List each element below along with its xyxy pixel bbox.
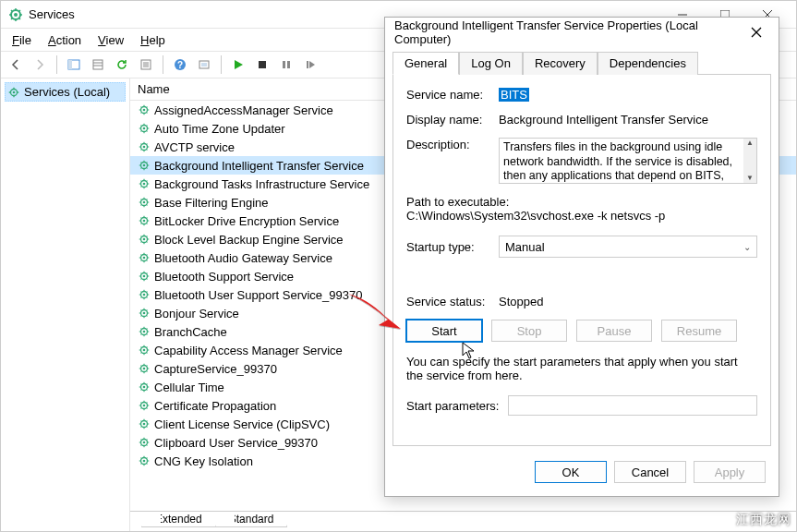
service-name: Certificate Propagation: [154, 399, 276, 413]
service-control-buttons: Start Stop Pause Resume: [406, 320, 757, 342]
menu-help[interactable]: Help: [133, 31, 173, 49]
service-name: Background Tasks Infrastructure Service: [154, 177, 369, 191]
svg-point-50: [143, 331, 146, 333]
stop-service-button[interactable]: [251, 54, 273, 76]
value-path: C:\Windows\System32\svchost.exe -k netsv…: [406, 209, 757, 223]
svg-point-38: [143, 220, 146, 223]
description-box[interactable]: Transfers files in the background using …: [499, 138, 757, 184]
svg-point-34: [143, 183, 146, 186]
svg-rect-8: [93, 60, 103, 69]
label-description: Description:: [406, 138, 499, 151]
value-display-name: Background Intelligent Transfer Service: [499, 113, 757, 127]
gear-icon: [138, 103, 151, 116]
refresh-button[interactable]: [111, 54, 133, 76]
service-name: Bonjour Service: [154, 307, 239, 320]
description-scrollbar[interactable]: ▲▼: [743, 139, 756, 183]
dialog-tabs: General Log On Recovery Dependencies: [385, 47, 779, 74]
gear-icon: [138, 196, 151, 209]
restart-service-button[interactable]: [299, 54, 321, 76]
svg-rect-20: [283, 61, 285, 68]
gear-icon: [138, 381, 151, 393]
value-service-status: Stopped: [499, 295, 757, 308]
service-name: Clipboard User Service_99370: [154, 436, 318, 450]
gear-icon: [138, 417, 151, 430]
label-path: Path to executable:: [406, 195, 757, 209]
startup-type-combo[interactable]: Manual ⌄: [499, 236, 757, 258]
properties-button[interactable]: [135, 54, 157, 76]
pause-button: Pause: [576, 320, 652, 342]
startup-type-value: Manual: [505, 240, 545, 254]
pause-service-button[interactable]: [275, 54, 297, 76]
forward-button[interactable]: [29, 54, 51, 76]
show-hide-tree-button[interactable]: [63, 54, 85, 76]
start-service-button[interactable]: [227, 54, 249, 76]
dialog-buttons: OK Cancel Apply: [385, 453, 779, 496]
toolbar-button[interactable]: [193, 54, 215, 76]
cancel-button[interactable]: Cancel: [614, 461, 686, 483]
svg-point-58: [143, 405, 146, 407]
service-name: Base Filtering Engine: [154, 196, 269, 210]
gear-icon: [138, 454, 151, 467]
svg-point-54: [143, 368, 146, 370]
gear-icon: [138, 307, 151, 320]
back-button[interactable]: [5, 54, 27, 76]
tab-logon[interactable]: Log On: [459, 52, 523, 75]
services-icon: [7, 86, 20, 99]
gear-icon: [138, 214, 151, 227]
gear-icon: [138, 159, 151, 172]
svg-rect-21: [287, 61, 290, 68]
menu-file[interactable]: File: [5, 31, 39, 49]
start-params-input[interactable]: [508, 395, 757, 416]
label-start-params: Start parameters:: [406, 399, 508, 413]
service-name: Block Level Backup Engine Service: [154, 233, 344, 247]
gear-icon: [138, 251, 151, 264]
svg-rect-19: [259, 61, 266, 68]
tab-dependencies[interactable]: Dependencies: [598, 52, 698, 75]
ok-button[interactable]: OK: [535, 461, 607, 483]
export-list-button[interactable]: [87, 54, 109, 76]
menu-view[interactable]: View: [91, 31, 131, 49]
svg-text:?: ?: [177, 60, 183, 70]
tab-general[interactable]: General: [392, 52, 459, 75]
svg-rect-18: [201, 63, 207, 66]
svg-point-52: [143, 349, 146, 352]
hint-text: You can specify the start parameters tha…: [406, 355, 757, 382]
scroll-up-icon[interactable]: ▲: [746, 139, 754, 148]
svg-point-28: [143, 127, 146, 130]
nav-services-local[interactable]: Services (Local): [5, 82, 126, 102]
services-app-icon: [8, 7, 23, 22]
service-name: Cellular Time: [154, 381, 224, 394]
chevron-down-icon: ⌄: [743, 242, 751, 252]
svg-point-60: [143, 423, 146, 426]
service-name: CaptureService_99370: [154, 362, 277, 376]
help-button[interactable]: ?: [169, 54, 191, 76]
service-name: Background Intelligent Transfer Service: [154, 159, 364, 173]
gear-icon: [138, 362, 151, 375]
gear-icon: [138, 325, 151, 338]
svg-point-1: [14, 13, 18, 17]
scroll-down-icon[interactable]: ▼: [746, 174, 754, 183]
gear-icon: [138, 344, 151, 357]
service-name: AssignedAccessManager Service: [154, 103, 333, 117]
menu-action[interactable]: Action: [41, 31, 89, 49]
service-name: Auto Time Zone Updater: [154, 122, 285, 136]
service-name: Bluetooth Audio Gateway Service: [154, 251, 332, 265]
label-service-name: Service name:: [406, 88, 499, 102]
tab-extended[interactable]: Extended: [141, 512, 216, 527]
resume-button: Resume: [661, 320, 737, 342]
label-display-name: Display name:: [406, 113, 499, 127]
service-name: BranchCache: [154, 325, 227, 339]
value-description: Transfers files in the background using …: [503, 140, 732, 184]
dialog-close-button[interactable]: [743, 19, 769, 45]
gear-icon: [138, 288, 151, 301]
svg-point-40: [143, 238, 146, 241]
tab-standard[interactable]: Standard: [215, 512, 288, 527]
apply-button: Apply: [694, 461, 766, 483]
start-button[interactable]: Start: [406, 320, 482, 342]
svg-rect-22: [307, 61, 308, 68]
gear-icon: [138, 177, 151, 190]
tab-recovery[interactable]: Recovery: [523, 52, 598, 75]
nav-pane: Services (Local): [1, 79, 130, 531]
svg-point-44: [143, 275, 146, 278]
service-name: AVCTP service: [154, 140, 235, 154]
